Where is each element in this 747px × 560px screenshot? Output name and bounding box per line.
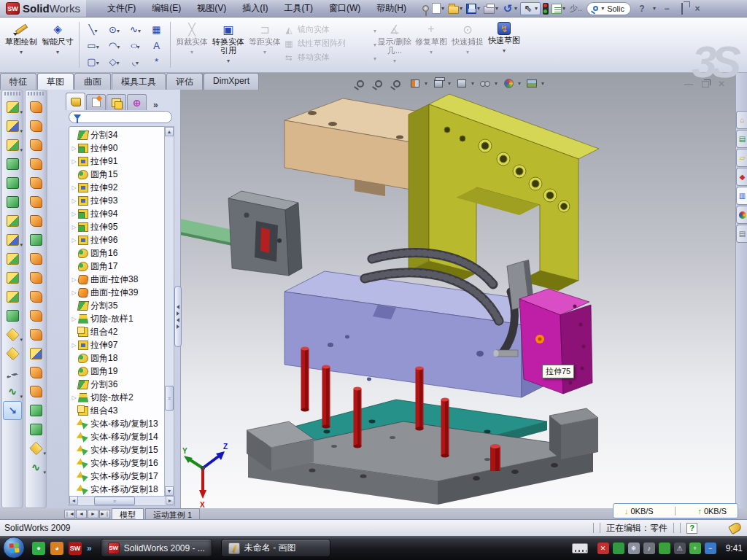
tree-item-5[interactable]: ▷拉伸93 [69,194,164,207]
edit-appearance-dropdown[interactable]: ▾ [518,80,521,87]
spline-dropdown[interactable] [138,24,141,35]
tree-item-8[interactable]: ▷拉伸96 [69,233,164,246]
circle-tool[interactable]: ⊙ [104,21,125,37]
quick-launch-expand[interactable]: » [87,543,92,553]
reference-geometry-2-dropdown[interactable]: ▾ [43,451,46,456]
restore-button[interactable] [677,4,687,14]
tree-filter-input[interactable] [69,111,172,123]
view-palette-tab[interactable]: ▥ [736,187,747,205]
scroll-up-button[interactable]: ▲ [165,127,174,136]
tree-item-27[interactable]: 实体-移动/复制18 [69,483,164,496]
tree-item-0[interactable]: 分割34 [69,128,164,141]
tab-0[interactable]: 特征 [0,73,36,90]
search-box[interactable]: ▾ Solic [587,2,631,15]
menu-item-4[interactable]: 工具(T) [276,0,321,17]
open-button[interactable]: ▾ [447,1,464,16]
reference-geometry-button[interactable]: ▾ [3,325,22,344]
expand-arrow-icon[interactable]: ▷ [71,198,77,204]
section-view-button[interactable] [408,77,422,90]
tree-item-13[interactable]: 分割35 [69,299,164,312]
tag-icon[interactable] [728,521,743,534]
delete-face-button[interactable] [26,287,45,306]
arc-dropdown[interactable] [117,40,120,51]
split-button[interactable] [3,268,22,287]
display-style-dropdown[interactable]: ▾ [471,80,474,87]
convert-button[interactable]: ▣转换实体引用 [210,20,247,70]
model-3d[interactable]: Y Z X [181,73,735,508]
tree-item-4[interactable]: ▷拉伸92 [69,181,164,194]
curve-button[interactable]: ∿▾ [3,382,22,401]
tab-scroll-1[interactable]: ◄ [76,510,87,518]
menu-item-1[interactable]: 编辑(E) [144,0,189,17]
tree-item-20[interactable]: ▷切除-放样2 [69,391,164,404]
tree-item-23[interactable]: 实体-移动/复制14 [69,430,164,443]
antivirus-shield-icon[interactable] [613,542,624,554]
tree-item-12[interactable]: ▷曲面-拉伸39 [69,286,164,299]
messenger-icon[interactable]: ● [32,542,45,555]
spline-tool[interactable]: ∿ [125,21,146,37]
options-button[interactable]: ▾ [551,1,567,16]
combine-button[interactable] [3,287,22,306]
swept-boss-button[interactable] [3,155,22,174]
tree-item-26[interactable]: 实体-移动/复制17 [69,470,164,483]
filled-surface-button[interactable] [26,174,45,192]
appearances-scenes-tab[interactable] [736,206,747,224]
apply-scene-button[interactable] [525,77,539,90]
doc-tab-0[interactable]: 模型 [112,508,144,519]
taskbar-button-0[interactable]: SWSolidWorks 2009 - ... [101,539,212,557]
convert-dropdown[interactable] [227,55,230,65]
undo-button[interactable]: ↺▾ [501,1,519,16]
custom-properties-tab[interactable]: ▤ [736,225,747,243]
tab-1[interactable]: 草图 [37,73,74,90]
tab-3[interactable]: 模具工具 [112,73,166,90]
tree-item-21[interactable]: 组合43 [69,404,164,417]
menu-item-6[interactable]: 帮助(H) [368,0,414,17]
planar-surface-button[interactable] [26,211,45,230]
ellipse-tool[interactable]: ○ [125,37,146,53]
untrim-surface-button[interactable] [26,344,45,363]
smart-dimension-button[interactable]: ◈ 智能尺寸 [39,20,76,70]
expand-arrow-icon[interactable]: ▷ [71,316,77,322]
tree-item-18[interactable]: 圆角19 [69,365,164,378]
save-button[interactable]: ▾ [465,1,481,16]
solidworks-launcher-icon[interactable]: SW [69,542,82,555]
curve-2-button[interactable]: ∿▾ [26,458,45,477]
zoom-to-fit-button[interactable] [353,77,368,90]
featuremanager-tab[interactable] [66,93,85,110]
rectangle-tool[interactable]: ▭ [82,37,104,53]
search-input[interactable]: Solic [607,4,624,13]
curve-2-dropdown[interactable]: ▾ [43,470,46,475]
sync-tool-icon[interactable] [659,542,670,554]
expand-arrow-icon[interactable]: ▷ [71,158,77,165]
tree-item-22[interactable]: 实体-移动/复制13 [69,417,164,430]
expand-arrow-icon[interactable]: ▷ [71,394,77,401]
shell-button[interactable] [3,174,22,192]
design-library-tab[interactable]: ▤ [736,130,747,148]
tree-horizontal-scrollbar[interactable]: ◄ ≡ ► [69,496,175,506]
tree-item-1[interactable]: ▷拉伸90 [69,141,164,155]
extruded-boss-button[interactable]: ▾ [3,98,22,117]
tree-item-15[interactable]: 组合42 [69,325,164,338]
tree-item-25[interactable]: 实体-移动/复制16 [69,456,164,470]
linear-pattern-dropdown[interactable]: ▾ [20,242,23,248]
freeform-button[interactable] [26,382,45,401]
ruled-surface-button[interactable] [26,363,45,382]
toolbar-overflow[interactable]: 少.. [570,3,582,14]
draft-button[interactable] [3,192,22,211]
slot-tool[interactable]: ▢ [82,53,104,69]
circle-dropdown[interactable] [117,24,120,35]
menu-item-3[interactable]: 插入(I) [234,0,276,17]
tree-item-9[interactable]: 圆角16 [69,246,164,260]
reference-geometry-2-button[interactable]: ▾ [26,439,45,458]
vertical-scroll-thumb[interactable]: ≡ [165,386,174,411]
pin-button[interactable] [422,1,430,16]
slot-dropdown[interactable] [96,56,99,67]
select-tool-button[interactable]: ⇖▾ [520,2,541,15]
menu-item-5[interactable]: 窗口(W) [321,0,368,17]
tab-scroll-3[interactable]: ►❘ [99,510,110,518]
tree-item-11[interactable]: ▷曲面-拉伸38 [69,273,164,286]
axis-button[interactable] [3,363,22,382]
line-dropdown[interactable] [94,24,97,35]
file-explorer-tab[interactable]: ▱ [736,149,747,167]
revolved-surface-button[interactable] [26,117,45,136]
